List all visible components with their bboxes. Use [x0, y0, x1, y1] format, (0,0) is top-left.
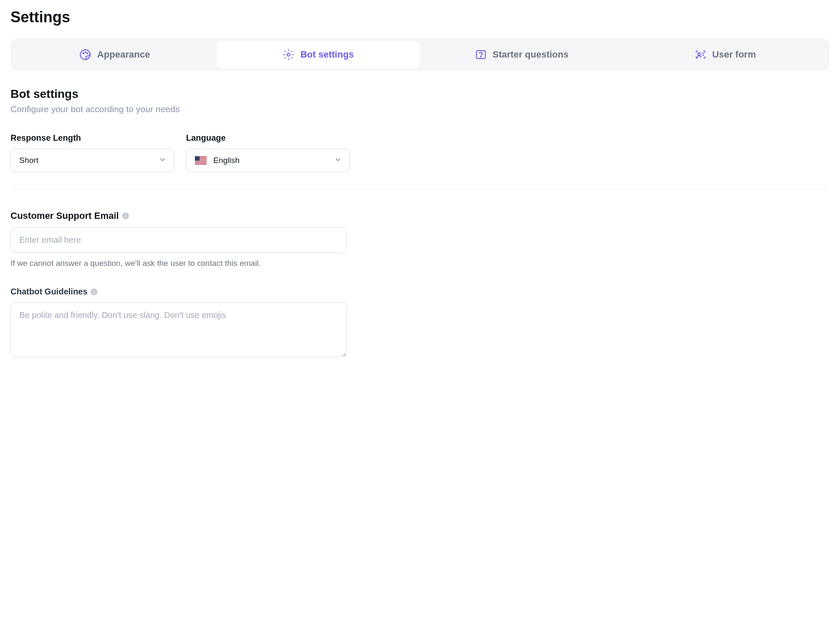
svg-point-7: [698, 53, 700, 55]
language-select-wrapper: English: [186, 149, 350, 172]
svg-point-4: [287, 53, 290, 56]
palette-icon: [79, 49, 91, 60]
tabs-container: Appearance Bot settings Starter question…: [10, 39, 830, 71]
user-form-icon: [695, 49, 706, 60]
tab-label: User form: [712, 49, 756, 60]
response-length-select-wrapper: Short: [10, 149, 174, 172]
support-email-section: Customer Support Email i If we cannot an…: [10, 210, 830, 268]
support-email-help: If we cannot answer a question, we'll as…: [10, 259, 830, 268]
svg-point-6: [480, 56, 481, 57]
guidelines-section: Chatbot Guidelines i: [10, 287, 830, 359]
response-length-select[interactable]: Short: [10, 149, 174, 172]
support-email-input[interactable]: [10, 227, 346, 253]
svg-rect-17: [195, 156, 200, 161]
us-flag-icon: [195, 156, 207, 165]
section-subtitle: Configure your bot according to your nee…: [10, 104, 830, 114]
svg-point-2: [85, 52, 86, 52]
tab-label: Starter questions: [493, 49, 569, 60]
support-email-label-text: Customer Support Email: [10, 210, 119, 221]
svg-rect-14: [195, 161, 207, 162]
divider: [10, 189, 830, 189]
response-length-label: Response Length: [10, 133, 174, 143]
guidelines-label: Chatbot Guidelines i: [10, 287, 830, 297]
info-icon[interactable]: i: [91, 289, 97, 295]
question-card-icon: [475, 49, 487, 60]
tab-starter-questions[interactable]: Starter questions: [420, 41, 624, 68]
language-label: Language: [186, 133, 350, 143]
tab-label: Bot settings: [300, 49, 354, 60]
tab-appearance[interactable]: Appearance: [13, 41, 217, 68]
svg-point-1: [83, 53, 84, 54]
tab-label: Appearance: [97, 49, 150, 60]
form-row: Response Length Short Language: [10, 133, 830, 172]
info-icon[interactable]: i: [122, 213, 129, 219]
select-value: English: [213, 156, 239, 165]
gear-icon: [283, 49, 294, 60]
response-length-group: Response Length Short: [10, 133, 174, 172]
language-group: Language English: [186, 133, 350, 172]
select-value: Short: [19, 156, 38, 165]
page-title: Settings: [10, 8, 830, 26]
tab-user-form[interactable]: User form: [624, 41, 827, 68]
svg-rect-15: [195, 162, 207, 163]
svg-point-3: [87, 53, 88, 54]
language-select[interactable]: English: [186, 149, 350, 172]
support-email-label: Customer Support Email i: [10, 210, 830, 221]
guidelines-label-text: Chatbot Guidelines: [10, 287, 87, 297]
tab-bot-settings[interactable]: Bot settings: [217, 41, 420, 68]
guidelines-textarea[interactable]: [10, 302, 346, 357]
svg-point-0: [81, 50, 90, 59]
svg-rect-16: [195, 163, 207, 164]
section-title: Bot settings: [10, 87, 830, 101]
